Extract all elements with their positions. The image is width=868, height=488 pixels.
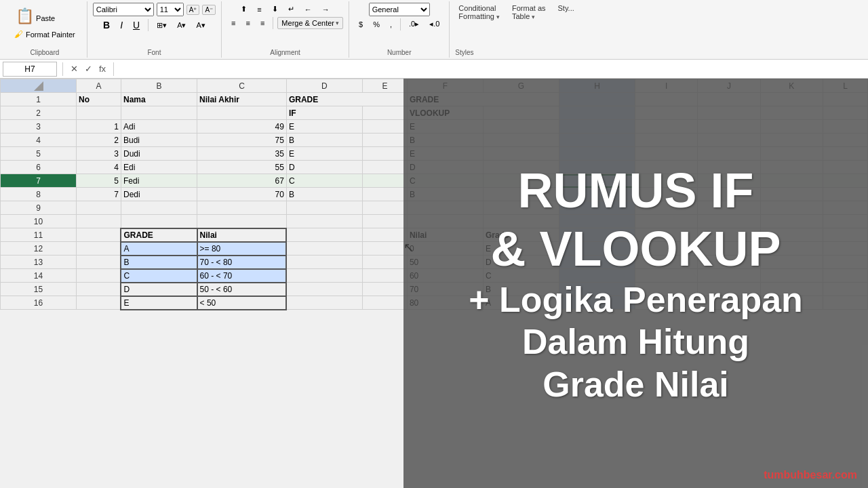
- cell-e7[interactable]: [362, 174, 407, 188]
- cell-b7[interactable]: Fedi: [121, 174, 197, 188]
- number-format-select[interactable]: General: [369, 3, 430, 16]
- bold-button[interactable]: B: [99, 18, 114, 33]
- cell-a6[interactable]: 4: [77, 161, 121, 174]
- cell-b3[interactable]: Adi: [121, 120, 197, 134]
- cell-a8[interactable]: 7: [77, 188, 121, 201]
- cell-a9[interactable]: [77, 201, 121, 215]
- cell-e2[interactable]: [362, 106, 407, 120]
- cell-d5[interactable]: E: [286, 147, 362, 161]
- row-header-9[interactable]: 9: [1, 201, 77, 215]
- paste-button[interactable]: 📋 Paste: [11, 5, 60, 27]
- cell-a4[interactable]: 2: [77, 134, 121, 147]
- row-header-5[interactable]: 5: [1, 147, 77, 161]
- cell-c10[interactable]: [197, 215, 287, 228]
- font-size-select[interactable]: 11: [157, 3, 184, 16]
- cell-b15[interactable]: D: [121, 283, 197, 296]
- cell-b2[interactable]: [121, 106, 197, 120]
- cell-c2[interactable]: [197, 106, 287, 120]
- cell-b11[interactable]: GRADE: [121, 228, 197, 242]
- cell-a16[interactable]: [77, 296, 121, 310]
- cell-c7[interactable]: 67: [197, 174, 287, 188]
- cell-e10[interactable]: [362, 215, 407, 228]
- cell-c16[interactable]: < 50: [197, 296, 287, 310]
- row-header-7[interactable]: 7: [1, 174, 77, 188]
- borders-button[interactable]: ⊞▾: [153, 19, 171, 32]
- cell-b16[interactable]: E: [121, 296, 197, 310]
- cell-d3[interactable]: E: [286, 120, 362, 134]
- row-header-6[interactable]: 6: [1, 161, 77, 174]
- cell-b14[interactable]: C: [121, 269, 197, 283]
- cell-a14[interactable]: [77, 269, 121, 283]
- align-left-btn[interactable]: ≡: [227, 17, 239, 29]
- row-header-2[interactable]: 2: [1, 106, 77, 120]
- col-header-a[interactable]: A: [77, 79, 121, 93]
- cell-a13[interactable]: [77, 256, 121, 269]
- conditional-formatting-btn[interactable]: Conditional Formatting ▾: [455, 3, 503, 22]
- indent-inc-btn[interactable]: →: [318, 3, 334, 16]
- cell-a3[interactable]: 1: [77, 120, 121, 134]
- percent-btn[interactable]: %: [369, 18, 384, 30]
- formula-input[interactable]: [119, 64, 865, 74]
- cell-d2[interactable]: IF: [286, 106, 362, 120]
- row-header-13[interactable]: 13: [1, 256, 77, 269]
- cell-c4[interactable]: 75: [197, 134, 287, 147]
- cell-e4[interactable]: [362, 134, 407, 147]
- cell-e11[interactable]: [362, 228, 407, 242]
- cell-d1[interactable]: GRADE: [286, 93, 362, 106]
- inc-decimal-btn[interactable]: .0▸: [405, 18, 423, 30]
- cell-e14[interactable]: [362, 269, 407, 283]
- decrease-font-btn[interactable]: A⁻: [202, 5, 216, 15]
- cell-a10[interactable]: [77, 215, 121, 228]
- font-color-button[interactable]: A▾: [192, 19, 209, 32]
- cell-e8[interactable]: [362, 188, 407, 201]
- cell-c13[interactable]: 70 - < 80: [197, 256, 287, 269]
- cell-c8[interactable]: 70: [197, 188, 287, 201]
- row-header-12[interactable]: 12: [1, 242, 77, 256]
- cell-d15[interactable]: [286, 283, 362, 296]
- wrap-text-btn[interactable]: ↵: [284, 3, 298, 16]
- row-header-16[interactable]: 16: [1, 296, 77, 310]
- function-button[interactable]: fx: [97, 62, 108, 75]
- cell-a12[interactable]: [77, 242, 121, 256]
- confirm-button[interactable]: ✓: [83, 62, 94, 75]
- cell-b6[interactable]: Edi: [121, 161, 197, 174]
- cell-b10[interactable]: [121, 215, 197, 228]
- align-bottom-btn[interactable]: ⬇: [268, 3, 282, 16]
- cell-e13[interactable]: [362, 256, 407, 269]
- format-as-table-btn[interactable]: Format as Table ▾: [509, 3, 549, 22]
- cell-e3[interactable]: [362, 120, 407, 134]
- col-header-b[interactable]: B: [121, 79, 197, 93]
- cell-c11[interactable]: Nilai: [197, 228, 287, 242]
- comma-btn[interactable]: ,: [386, 18, 396, 30]
- cell-a11[interactable]: [77, 228, 121, 242]
- align-right-btn[interactable]: ≡: [256, 17, 269, 29]
- cell-d9[interactable]: [286, 201, 362, 215]
- cell-b8[interactable]: Dedi: [121, 188, 197, 201]
- cancel-button[interactable]: ✕: [68, 62, 80, 75]
- cell-d7[interactable]: C: [286, 174, 362, 188]
- increase-font-btn[interactable]: A⁺: [186, 5, 200, 15]
- cell-d16[interactable]: [286, 296, 362, 310]
- cell-c15[interactable]: 50 - < 60: [197, 283, 287, 296]
- font-family-select[interactable]: Calibri: [93, 3, 154, 16]
- underline-button[interactable]: U: [129, 18, 144, 33]
- cell-b13[interactable]: B: [121, 256, 197, 269]
- align-center-btn[interactable]: ≡: [242, 17, 254, 29]
- row-header-4[interactable]: 4: [1, 134, 77, 147]
- cell-c12[interactable]: >= 80: [197, 242, 287, 256]
- align-middle-btn[interactable]: ≡: [253, 3, 265, 16]
- cell-b5[interactable]: Dudi: [121, 147, 197, 161]
- cell-b1[interactable]: Nama: [121, 93, 197, 106]
- cell-d4[interactable]: B: [286, 134, 362, 147]
- cell-b9[interactable]: [121, 201, 197, 215]
- cell-d11[interactable]: [286, 228, 362, 242]
- currency-btn[interactable]: $: [355, 18, 367, 30]
- cell-a2[interactable]: [77, 106, 121, 120]
- row-header-15[interactable]: 15: [1, 283, 77, 296]
- align-top-btn[interactable]: ⬆: [237, 3, 251, 16]
- cell-c5[interactable]: 35: [197, 147, 287, 161]
- italic-button[interactable]: I: [116, 18, 127, 33]
- cell-d6[interactable]: D: [286, 161, 362, 174]
- row-header-14[interactable]: 14: [1, 269, 77, 283]
- row-header-11[interactable]: 11: [1, 228, 77, 242]
